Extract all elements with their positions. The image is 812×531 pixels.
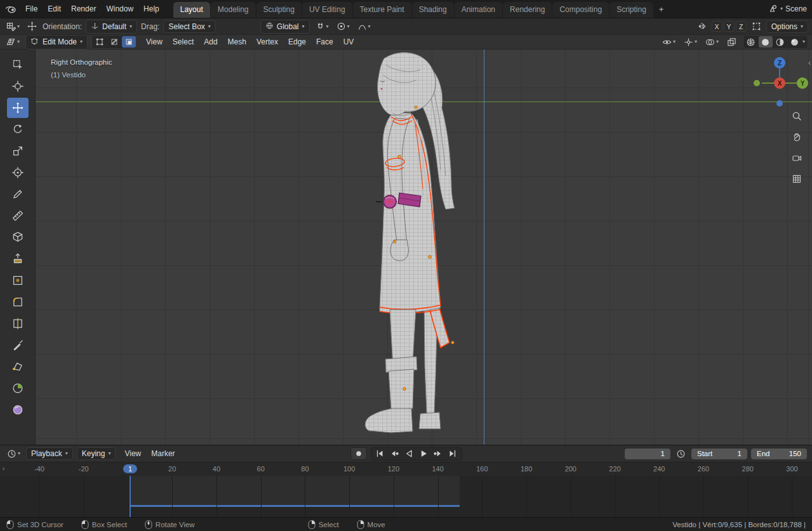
viewport-menu-edge[interactable]: Edge: [283, 35, 311, 49]
viewport-menu-face[interactable]: Face: [311, 35, 338, 49]
next-keyframe-button[interactable]: [431, 448, 446, 460]
menu-window[interactable]: Window: [101, 2, 138, 16]
editor-type-3dview-button[interactable]: ▾: [4, 36, 22, 48]
falloff-curve-icon[interactable]: ▾: [356, 20, 373, 32]
show-gizmo-dropdown[interactable]: ▾: [682, 36, 699, 48]
tool-annotate[interactable]: [7, 184, 29, 204]
tool-transform[interactable]: [7, 162, 29, 183]
add-workspace-button[interactable]: +: [653, 3, 670, 16]
workspace-tab-modeling[interactable]: Modeling: [211, 2, 256, 18]
visibility-dropdown[interactable]: ▾: [660, 36, 677, 48]
proportional-editing-icon[interactable]: ▾: [335, 20, 352, 32]
timeline-playhead[interactable]: [130, 476, 131, 517]
tool-rotate[interactable]: [7, 119, 29, 140]
mesh-model-vestido[interactable]: [36, 49, 812, 445]
tool-smooth[interactable]: [7, 400, 29, 420]
tool-poly-build[interactable]: [7, 357, 29, 377]
orientation-gizmo[interactable]: Y Z X: [749, 54, 810, 108]
play-reverse-button[interactable]: [402, 448, 416, 460]
menu-help[interactable]: Help: [138, 2, 164, 16]
timeline-ruler[interactable]: › -40-2020406080100120140160180200220240…: [0, 462, 812, 476]
current-frame-field[interactable]: 1: [625, 449, 670, 459]
tool-loop-cut[interactable]: [7, 313, 29, 334]
mirror-x-toggle[interactable]: X: [712, 21, 722, 32]
sidebar-toggle-arrow[interactable]: ‹: [808, 58, 811, 67]
tool-move[interactable]: [7, 98, 29, 118]
workspace-tab-compositing[interactable]: Compositing: [552, 2, 609, 18]
menu-edit[interactable]: Edit: [43, 2, 66, 16]
timeline-tracks[interactable]: [0, 476, 812, 517]
timeline-expand-arrow[interactable]: ›: [3, 465, 4, 472]
preview-range-clock-icon[interactable]: [674, 448, 688, 460]
play-button[interactable]: [416, 448, 431, 460]
jump-to-end-button[interactable]: [446, 448, 460, 460]
material-shading-button[interactable]: [773, 36, 787, 48]
mirror-z-toggle[interactable]: Z: [736, 21, 747, 32]
viewport-menu-view[interactable]: View: [141, 35, 168, 49]
tool-select-box[interactable]: [7, 55, 29, 75]
editor-type-button[interactable]: ▾: [4, 20, 22, 33]
face-select-button[interactable]: [122, 36, 136, 48]
jump-to-start-button[interactable]: [373, 448, 387, 460]
zoom-icon[interactable]: [789, 108, 805, 124]
tool-extrude-region[interactable]: [7, 249, 29, 269]
viewport-menu-mesh[interactable]: Mesh: [223, 35, 251, 49]
mirror-y-toggle[interactable]: Y: [724, 21, 735, 32]
falloff-dropdown-caret[interactable]: ▾: [368, 24, 371, 29]
tool-scale[interactable]: [7, 141, 29, 161]
workspace-tab-scripting[interactable]: Scripting: [609, 2, 653, 18]
wireframe-shading-button[interactable]: [744, 36, 758, 48]
shading-dropdown-caret[interactable]: ▾: [802, 39, 805, 44]
timeline-menu-marker[interactable]: Marker: [146, 447, 180, 461]
tool-bevel[interactable]: [7, 292, 29, 312]
playback-dropdown[interactable]: Playback ▾: [26, 447, 73, 460]
orientation-dropdown[interactable]: Default ▾: [86, 20, 137, 34]
rendered-shading-button[interactable]: [788, 36, 802, 48]
viewport-menu-select[interactable]: Select: [168, 35, 199, 49]
workspace-tab-sculpting[interactable]: Sculpting: [256, 2, 302, 18]
menu-render[interactable]: Render: [66, 2, 101, 16]
solid-shading-button[interactable]: [759, 36, 773, 48]
proportional-dropdown-caret[interactable]: ▾: [347, 24, 350, 29]
workspace-tab-layout[interactable]: Layout: [173, 2, 210, 18]
current-frame-badge[interactable]: 1: [123, 464, 137, 473]
options-dropdown[interactable]: Options ▾: [766, 20, 808, 33]
mode-dropdown[interactable]: Edit Mode ▾: [25, 35, 88, 49]
timeline-menu-view[interactable]: View: [119, 447, 146, 461]
tool-knife[interactable]: [7, 335, 29, 355]
scene-selector[interactable]: ▾ Scene: [768, 3, 807, 15]
pan-hand-icon[interactable]: [789, 129, 805, 145]
scene-area[interactable]: Right Orthographic (1) Vestido Y Z X: [36, 49, 812, 445]
overlays-dropdown[interactable]: ▾: [703, 36, 721, 48]
drag-dropdown[interactable]: Select Box ▾: [163, 20, 215, 33]
camera-view-icon[interactable]: [789, 150, 805, 166]
edge-select-button[interactable]: [107, 36, 121, 48]
workspace-tab-uv-editing[interactable]: UV Editing: [302, 2, 352, 18]
viewport-menu-vertex[interactable]: Vertex: [251, 35, 283, 49]
end-frame-field[interactable]: End 150: [751, 449, 807, 459]
prev-keyframe-button[interactable]: [387, 448, 402, 460]
tool-cursor[interactable]: [7, 76, 29, 96]
transform-orientation-dropdown[interactable]: Global ▾: [260, 20, 310, 34]
workspace-tab-rendering[interactable]: Rendering: [503, 2, 552, 18]
tool-inset-faces[interactable]: [7, 270, 29, 291]
viewport-menu-uv[interactable]: UV: [338, 35, 359, 49]
keying-dropdown[interactable]: Keying ▾: [77, 447, 116, 460]
workspace-tab-texture-paint[interactable]: Texture Paint: [353, 2, 411, 18]
start-frame-field[interactable]: Start 1: [691, 449, 747, 459]
snap-cage-icon[interactable]: [750, 20, 763, 32]
timeline-editor-type-button[interactable]: ▾: [5, 448, 22, 460]
viewport-3d[interactable]: Right Orthographic (1) Vestido Y Z X: [0, 49, 812, 445]
viewport-menu-add[interactable]: Add: [199, 35, 222, 49]
vertex-select-button[interactable]: [93, 36, 107, 48]
tool-measure[interactable]: [7, 206, 29, 226]
autokey-button[interactable]: [350, 447, 367, 460]
gizmo-neg-y-ball[interactable]: [754, 80, 760, 86]
snapping-dropdown-caret[interactable]: ▾: [326, 24, 329, 29]
xray-toggle[interactable]: [725, 36, 738, 48]
tool-spin[interactable]: [7, 378, 29, 398]
blender-logo-icon[interactable]: [5, 3, 17, 15]
menu-file[interactable]: File: [20, 2, 43, 16]
gizmo-neg-z-ball[interactable]: [776, 100, 783, 107]
ortho-grid-icon[interactable]: [789, 171, 805, 187]
